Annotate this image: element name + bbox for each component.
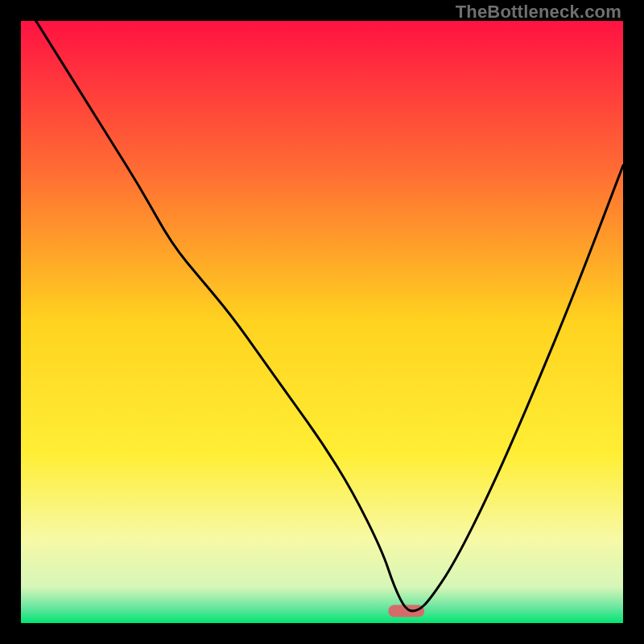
chart-plot-area	[21, 21, 623, 623]
chart-svg	[21, 21, 623, 623]
frame: TheBottleneck.com	[0, 0, 644, 644]
chart-background	[21, 21, 623, 623]
watermark-text: TheBottleneck.com	[456, 2, 621, 23]
